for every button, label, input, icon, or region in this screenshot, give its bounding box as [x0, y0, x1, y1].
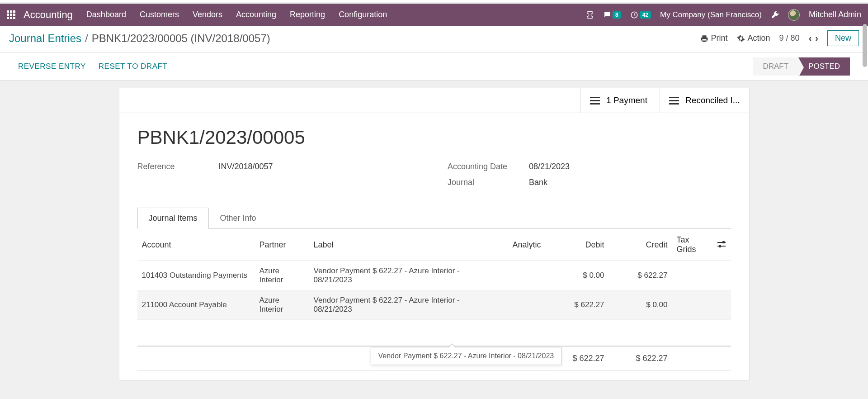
company-selector[interactable]: My Company (San Francisco) — [660, 10, 762, 19]
list-icon — [669, 97, 679, 104]
th-credit[interactable]: Credit — [609, 229, 672, 261]
th-partner[interactable]: Partner — [255, 229, 309, 261]
journal-label: Journal — [448, 178, 529, 187]
payment-stat-button[interactable]: 1 Payment — [580, 88, 660, 113]
th-account[interactable]: Account — [137, 229, 255, 261]
total-credit: $ 622.27 — [609, 346, 672, 371]
app-title[interactable]: Accounting — [24, 9, 73, 21]
pager-count[interactable]: 9 / 80 — [779, 33, 800, 43]
reference-label: Reference — [137, 162, 219, 171]
accounting-date-value[interactable]: 08/21/2023 — [529, 162, 570, 171]
state-posted[interactable]: POSTED — [798, 57, 850, 76]
tabs: Journal Items Other Info — [137, 207, 731, 229]
user-menu[interactable]: Mitchell Admin — [809, 10, 861, 19]
table-row[interactable]: 101403 Outstanding Payments Azure Interi… — [137, 261, 731, 290]
activities-badge: 42 — [640, 11, 651, 19]
table-row[interactable]: 211000 Account Payable Azure Interior Ve… — [137, 290, 731, 320]
tab-other-info[interactable]: Other Info — [209, 208, 268, 229]
breadcrumb-sep: / — [85, 32, 88, 45]
nav-vendors[interactable]: Vendors — [193, 10, 222, 19]
reference-value[interactable]: INV/2018/0057 — [219, 162, 273, 171]
columns-settings-icon[interactable] — [713, 229, 731, 261]
messages-icon[interactable]: 8 — [603, 11, 621, 19]
nav-dashboard[interactable]: Dashboard — [86, 10, 126, 19]
control-bar: Journal Entries / PBNK1/2023/00005 (INV/… — [0, 24, 868, 53]
nav-reporting[interactable]: Reporting — [290, 10, 325, 19]
list-icon — [590, 97, 600, 104]
nav-menu: Dashboard Customers Vendors Accounting R… — [86, 10, 387, 19]
print-button[interactable]: Print — [700, 33, 728, 43]
accounting-date-label: Accounting Date — [448, 162, 529, 171]
reconciled-stat-button[interactable]: Reconciled I... — [660, 88, 749, 113]
action-button[interactable]: Action — [737, 33, 770, 43]
phone-icon[interactable] — [586, 11, 594, 19]
nav-configuration[interactable]: Configuration — [339, 10, 387, 19]
messages-badge: 8 — [613, 11, 621, 19]
state-draft[interactable]: DRAFT — [753, 57, 798, 76]
label-tooltip: Vendor Payment $ 622.27 - Azure Interior… — [371, 347, 562, 365]
th-label[interactable]: Label — [309, 229, 491, 261]
nav-customers[interactable]: Customers — [140, 10, 179, 19]
apps-icon[interactable] — [7, 10, 15, 19]
top-nav: Accounting Dashboard Customers Vendors A… — [0, 4, 868, 26]
th-debit[interactable]: Debit — [546, 229, 609, 261]
activities-icon[interactable]: 42 — [630, 11, 651, 19]
form-sheet: 1 Payment Reconciled I... PBNK1/2023/000… — [119, 88, 750, 380]
table-spacer — [137, 320, 731, 346]
debug-icon[interactable] — [771, 11, 779, 19]
reset-to-draft-button[interactable]: RESET TO DRAFT — [99, 62, 167, 71]
tab-journal-items[interactable]: Journal Items — [137, 208, 209, 229]
journal-value[interactable]: Bank — [529, 178, 547, 187]
nav-accounting[interactable]: Accounting — [236, 10, 276, 19]
pager-next-icon[interactable]: › — [815, 33, 818, 43]
button-box: 1 Payment Reconciled I... — [119, 88, 749, 113]
avatar[interactable] — [788, 9, 800, 21]
status-bar: REVERSE ENTRY RESET TO DRAFT DRAFT POSTE… — [0, 53, 868, 81]
breadcrumb: Journal Entries / PBNK1/2023/00005 (INV/… — [9, 32, 270, 45]
breadcrumb-current: PBNK1/2023/00005 (INV/2018/0057) — [92, 32, 270, 45]
th-analytic[interactable]: Analytic — [491, 229, 546, 261]
scrollbar[interactable] — [863, 24, 867, 67]
pager-prev-icon[interactable]: ‹ — [809, 33, 812, 43]
entry-title: PBNK1/2023/00005 — [137, 127, 731, 148]
th-tax-grids[interactable]: Tax Grids — [672, 229, 713, 261]
new-button[interactable]: New — [827, 30, 859, 46]
breadcrumb-root[interactable]: Journal Entries — [9, 32, 81, 45]
reverse-entry-button[interactable]: REVERSE ENTRY — [18, 62, 86, 71]
